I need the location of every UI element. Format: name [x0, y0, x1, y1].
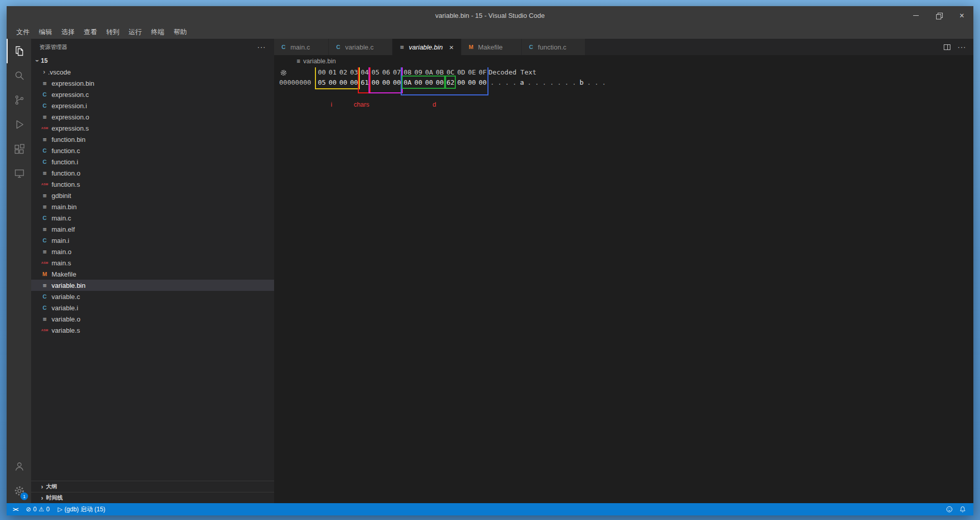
- sidebar-panel-时间线[interactable]: ›时间线: [31, 492, 274, 503]
- tree-item-function.c[interactable]: Cfunction.c: [31, 145, 274, 156]
- tab-variable.c[interactable]: Cvariable.c×: [329, 39, 393, 55]
- tree-item-expression.o[interactable]: ≡expression.o: [31, 111, 274, 122]
- menu-item-1[interactable]: 文件: [12, 25, 34, 39]
- decoded-char-8[interactable]: .: [548, 78, 556, 88]
- hex-byte-11[interactable]: 00: [434, 78, 445, 88]
- hex-byte-8[interactable]: 0A: [402, 78, 413, 88]
- hex-byte-7[interactable]: 00: [391, 78, 402, 88]
- tree-item-main.bin[interactable]: ≡main.bin: [31, 201, 274, 212]
- restore-button[interactable]: [927, 6, 950, 25]
- decoded-char-10[interactable]: .: [563, 78, 571, 88]
- notifications-bell-icon[interactable]: [959, 506, 966, 513]
- hex-byte-13[interactable]: 00: [456, 78, 467, 88]
- hex-byte-10[interactable]: 00: [424, 78, 434, 88]
- hex-byte-9[interactable]: 00: [413, 78, 424, 88]
- menu-item-5[interactable]: 转到: [102, 25, 124, 39]
- tree-item-main.elf[interactable]: ≡main.elf: [31, 224, 274, 235]
- tree-root-folder[interactable]: ›15: [31, 55, 274, 66]
- search-icon[interactable]: [7, 63, 31, 88]
- decoded-char-6[interactable]: .: [533, 78, 541, 88]
- decoded-char-4[interactable]: a: [518, 78, 526, 88]
- file-name: expression.s: [52, 125, 89, 132]
- decoded-char-1[interactable]: .: [496, 78, 504, 88]
- menu-item-4[interactable]: 查看: [79, 25, 102, 39]
- sidebar-panel-大纲[interactable]: ›大纲: [31, 481, 274, 492]
- sidebar-more-actions-icon[interactable]: ···: [257, 43, 266, 51]
- decoded-char-7[interactable]: .: [541, 78, 548, 88]
- hex-byte-15[interactable]: 00: [477, 78, 488, 88]
- tree-item-function.bin[interactable]: ≡function.bin: [31, 134, 274, 145]
- tab-label: variable.bin: [409, 43, 443, 51]
- breadcrumb[interactable]: ≡ variable.bin: [274, 55, 973, 67]
- panel-title: 时间线: [46, 494, 63, 502]
- run-debug-icon[interactable]: [7, 112, 31, 137]
- tab-variable.bin[interactable]: ≡variable.bin×: [393, 39, 462, 55]
- tree-item-variable.c[interactable]: Cvariable.c: [31, 291, 274, 302]
- tab-function.c[interactable]: Cfunction.c×: [522, 39, 585, 55]
- tree-item-expression.bin[interactable]: ≡expression.bin: [31, 78, 274, 89]
- tree-item-.vscode[interactable]: ›.vscode: [31, 66, 274, 78]
- problems-indicator[interactable]: ⊘ 0 ⚠ 0: [22, 503, 54, 515]
- menu-item-8[interactable]: 帮助: [169, 25, 191, 39]
- remote-explorer-icon[interactable]: [7, 161, 31, 186]
- hex-byte-12[interactable]: 62: [445, 78, 456, 88]
- tab-Makefile[interactable]: MMakefile×: [461, 39, 521, 55]
- settings-gear-icon[interactable]: 1: [7, 479, 31, 503]
- editor-more-actions-icon[interactable]: ···: [958, 43, 966, 51]
- tree-item-expression.s[interactable]: ASMexpression.s: [31, 122, 274, 134]
- extensions-icon[interactable]: [7, 137, 31, 161]
- menu-item-3[interactable]: 选择: [57, 25, 79, 39]
- tree-item-expression.c[interactable]: Cexpression.c: [31, 89, 274, 100]
- decoded-char-9[interactable]: .: [555, 78, 563, 88]
- hex-byte-6[interactable]: 00: [381, 78, 391, 88]
- decoded-char-5[interactable]: .: [526, 78, 533, 88]
- tree-item-main.i[interactable]: Cmain.i: [31, 235, 274, 246]
- menu-item-6[interactable]: 运行: [124, 25, 146, 39]
- hex-byte-5[interactable]: 00: [370, 78, 381, 88]
- tree-item-gdbinit[interactable]: ≡gdbinit: [31, 190, 274, 201]
- feedback-icon[interactable]: [946, 506, 953, 513]
- tree-item-expression.i[interactable]: Cexpression.i: [31, 100, 274, 111]
- decoded-char-15[interactable]: .: [600, 78, 608, 88]
- tree-item-variable.o[interactable]: ≡variable.o: [31, 313, 274, 325]
- split-editor-icon[interactable]: [944, 44, 950, 50]
- source-control-icon[interactable]: [7, 88, 31, 112]
- tree-item-main.c[interactable]: Cmain.c: [31, 212, 274, 224]
- hex-byte-1[interactable]: 00: [327, 78, 338, 88]
- close-button[interactable]: ×: [950, 6, 973, 25]
- tree-item-variable.bin[interactable]: ≡variable.bin: [31, 280, 274, 291]
- minimize-button[interactable]: [904, 6, 927, 25]
- account-icon[interactable]: [7, 454, 31, 479]
- tree-item-main.s[interactable]: ASMmain.s: [31, 257, 274, 268]
- hex-byte-14[interactable]: 00: [467, 78, 477, 88]
- tree-item-function.i[interactable]: Cfunction.i: [31, 156, 274, 167]
- tree-item-variable.i[interactable]: Cvariable.i: [31, 302, 274, 313]
- decoded-char-13[interactable]: .: [585, 78, 593, 88]
- decoded-char-0[interactable]: .: [488, 78, 496, 88]
- decoded-char-11[interactable]: .: [571, 78, 578, 88]
- explorer-icon[interactable]: [7, 39, 31, 63]
- tree-item-Makefile[interactable]: MMakefile: [31, 268, 274, 280]
- menu-item-2[interactable]: 编辑: [34, 25, 57, 39]
- hex-byte-2[interactable]: 00: [338, 78, 349, 88]
- menu-item-7[interactable]: 终端: [146, 25, 169, 39]
- tree-item-variable.s[interactable]: ASMvariable.s: [31, 325, 274, 336]
- file-name: function.o: [52, 169, 80, 177]
- decoded-char-14[interactable]: .: [593, 78, 600, 88]
- tree-item-function.s[interactable]: ASMfunction.s: [31, 179, 274, 190]
- hex-byte-3[interactable]: 00: [349, 78, 359, 88]
- debug-launch-indicator[interactable]: ▷ (gdb) 启动 (15): [54, 503, 109, 515]
- hex-settings-gear-icon[interactable]: [280, 69, 287, 77]
- decoded-char-12[interactable]: b: [578, 78, 585, 88]
- decoded-char-2[interactable]: .: [503, 78, 511, 88]
- hex-byte-0[interactable]: 05: [316, 78, 327, 88]
- bin-file-icon: ≡: [398, 43, 406, 51]
- decoded-char-3[interactable]: .: [511, 78, 519, 88]
- tab-main.c[interactable]: Cmain.c×: [274, 39, 329, 55]
- tree-item-main.o[interactable]: ≡main.o: [31, 246, 274, 257]
- remote-indicator[interactable]: ><: [9, 503, 22, 515]
- panel-title: 大纲: [46, 483, 57, 490]
- tab-close-icon[interactable]: ×: [447, 43, 456, 52]
- hex-byte-4[interactable]: 61: [359, 78, 370, 88]
- tree-item-function.o[interactable]: ≡function.o: [31, 167, 274, 179]
